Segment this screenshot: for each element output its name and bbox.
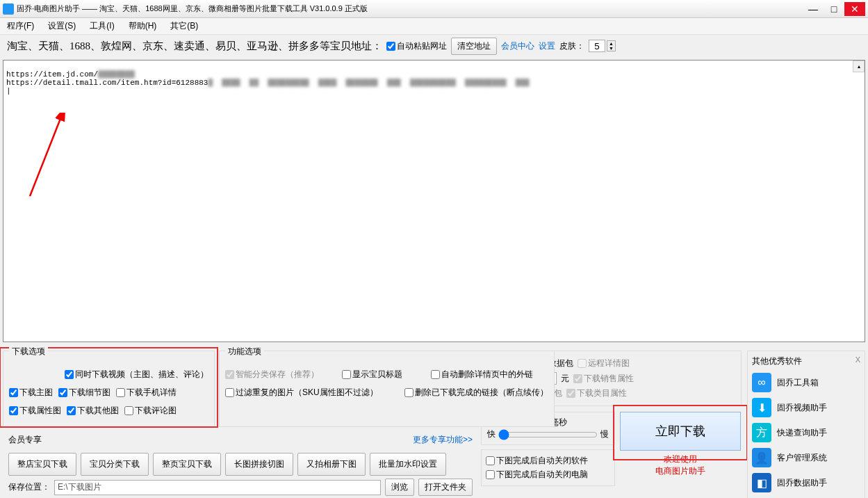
caption-text: 淘宝、天猫、1688、敦煌网、京东、速卖通、易贝、亚马逊、拼多多等宝贝地址： <box>7 40 382 53</box>
person-icon: 👤 <box>752 448 771 467</box>
download-options-group: 下载选项 同时下载视频（主图、描述、评论） 下载主图 下载细节图 下载手机详情 … <box>3 351 215 427</box>
app-icon <box>3 3 14 15</box>
download-icon: ⬇ <box>752 398 771 417</box>
truck-icon: ⽅ <box>752 423 771 442</box>
caption-row: 淘宝、天猫、1688、敦煌网、京东、速卖通、易贝、亚马逊、拼多多等宝贝地址： 自… <box>0 35 868 57</box>
menu-settings[interactable]: 设置(S) <box>48 20 76 32</box>
function-options-title: 功能选项 <box>225 346 264 358</box>
url-line-2: https://detail.tmall.com/item.htm?id=612… <box>6 79 208 87</box>
skin-input[interactable] <box>589 40 605 52</box>
download-options-title: 下载选项 <box>9 346 48 358</box>
maximize-button[interactable]: □ <box>824 2 844 16</box>
menu-help[interactable]: 帮助(H) <box>129 20 157 32</box>
browse-button[interactable]: 浏览 <box>385 479 414 496</box>
other-item-data[interactable]: ◧固乔数据助手 <box>752 473 860 492</box>
menu-program[interactable]: 程序(F) <box>7 20 34 32</box>
function-options-group: 功能选项 智能分类保存（推荐） 显示宝贝标题 自动删除详情页中的外链 过滤重复的… <box>219 351 555 427</box>
member-center-link[interactable]: 会员中心 <box>501 40 534 52</box>
save-label: 保存位置： <box>8 481 50 493</box>
window-title: 固乔·电商图片助手 —— 淘宝、天猫、1688网里、京东、微商相册等图片批量下载… <box>17 3 803 14</box>
store-download-button[interactable]: 整店宝贝下载 <box>8 453 76 476</box>
fn-smart-checkbox <box>225 370 234 379</box>
dl-comment-checkbox[interactable] <box>124 406 133 415</box>
url-line-1: https://item.jd.com/ <box>6 70 98 79</box>
open-folder-button[interactable]: 打开文件夹 <box>418 479 473 496</box>
arrow-annotation <box>23 113 72 203</box>
watermark-button[interactable]: 批量加水印设置 <box>370 453 446 476</box>
csv-saleattr-checkbox <box>573 374 582 383</box>
clear-button[interactable]: 清空地址 <box>451 38 497 55</box>
dl-other-checkbox[interactable] <box>67 406 76 415</box>
fn-deldone-checkbox[interactable] <box>404 388 413 397</box>
more-features-link[interactable]: 更多专享功能>> <box>413 434 473 446</box>
other-software-panel: 其他优秀软件 X ∞固乔工具箱 ⬇固乔视频助手 ⽅快递查询助手 👤客户管理系统 … <box>747 351 865 498</box>
other-item-express[interactable]: ⽅快递查询助手 <box>752 423 860 442</box>
csv-catattr-checkbox <box>566 389 575 398</box>
skin-label: 皮肤： <box>559 40 584 52</box>
menubar: 程序(F) 设置(S) 工具(I) 帮助(H) 其它(B) <box>0 18 868 35</box>
titlebar: 固乔·电商图片助手 —— 淘宝、天猫、1688网里、京东、微商相册等图片批量下载… <box>0 0 868 18</box>
fn-dedup-checkbox[interactable] <box>225 388 234 397</box>
dl-detail-checkbox[interactable] <box>58 388 67 397</box>
dl-main-checkbox[interactable] <box>9 388 18 397</box>
skin-spinner[interactable]: ▲▼ <box>607 40 616 51</box>
menu-other[interactable]: 其它(B) <box>170 20 198 32</box>
auto-close-group: 下图完成后自动关闭软件 下图完成后自动关闭电脑 <box>481 449 615 486</box>
other-software-title: 其他优秀软件 <box>752 356 802 366</box>
data-icon: ◧ <box>752 473 771 492</box>
fn-delext-checkbox[interactable] <box>431 370 440 379</box>
close-button[interactable]: ✕ <box>844 2 865 16</box>
auto-paste-checkbox[interactable] <box>386 42 395 51</box>
speed-slow-label: 慢 <box>600 428 609 440</box>
other-item-video[interactable]: ⬇固乔视频助手 <box>752 398 860 417</box>
menu-tools[interactable]: 工具(I) <box>90 20 114 32</box>
link-icon: ∞ <box>752 373 771 392</box>
speed-slider[interactable] <box>498 429 598 440</box>
url-textarea[interactable]: https://item.jd.com/████████ https://det… <box>3 60 865 342</box>
auto-paste-label: 自动粘贴网址 <box>397 40 447 52</box>
scroll-up-icon[interactable]: ▴ <box>853 61 865 72</box>
minimize-button[interactable]: — <box>803 2 824 16</box>
autoclose-soft-checkbox[interactable] <box>486 456 495 465</box>
dl-mobile-checkbox[interactable] <box>116 388 125 397</box>
vip-title: 会员专享 <box>8 434 42 446</box>
welcome-line2: 电商图片助手 <box>655 465 705 477</box>
dl-attr-checkbox[interactable] <box>9 406 18 415</box>
category-download-button[interactable]: 宝贝分类下载 <box>81 453 149 476</box>
dl-video-checkbox[interactable] <box>65 370 74 379</box>
settings-link[interactable]: 设置 <box>539 40 555 52</box>
close-panel-icon[interactable]: X <box>855 355 860 364</box>
fn-title-checkbox[interactable] <box>342 370 351 379</box>
download-now-button[interactable]: 立即下载 <box>620 412 741 451</box>
page-download-button[interactable]: 整页宝贝下载 <box>153 453 221 476</box>
other-item-toolbox[interactable]: ∞固乔工具箱 <box>752 373 860 392</box>
album-button[interactable]: 又拍相册下图 <box>297 453 366 476</box>
longimg-button[interactable]: 长图拼接切图 <box>225 453 293 476</box>
welcome-line1: 欢迎使用 <box>655 453 705 465</box>
save-path-input[interactable] <box>54 480 381 495</box>
autoclose-pc-checkbox[interactable] <box>486 470 495 479</box>
svg-line-0 <box>30 117 61 196</box>
other-item-crm[interactable]: 👤客户管理系统 <box>752 448 860 467</box>
csv-remote-checkbox <box>578 359 587 368</box>
speed-fast-label: 快 <box>487 428 496 440</box>
